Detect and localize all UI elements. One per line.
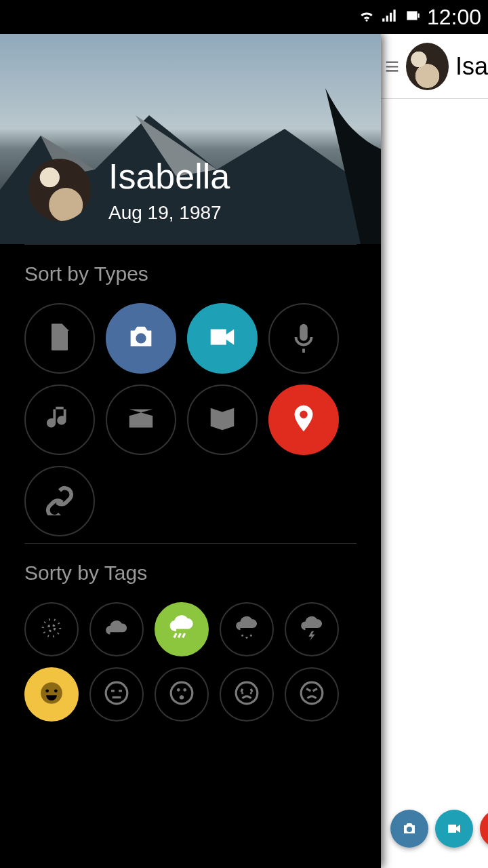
avatar-mini[interactable] bbox=[406, 43, 449, 90]
fab-camera[interactable] bbox=[390, 810, 428, 848]
types-section: Sort by Types bbox=[0, 245, 381, 543]
link-icon bbox=[44, 484, 75, 518]
type-music[interactable] bbox=[24, 384, 95, 455]
tag-snow[interactable] bbox=[220, 602, 274, 656]
drawer: Isabella Aug 19, 1987 Sort by Types Sort… bbox=[0, 34, 381, 868]
menu-icon[interactable]: ≡ bbox=[385, 54, 399, 79]
sad-icon bbox=[234, 680, 260, 709]
tag-surprised[interactable] bbox=[155, 667, 209, 722]
video-icon bbox=[207, 321, 238, 355]
background-title: Isa bbox=[455, 52, 488, 81]
type-video[interactable] bbox=[187, 303, 258, 374]
type-document[interactable] bbox=[24, 303, 95, 374]
type-location[interactable] bbox=[268, 384, 339, 455]
background-screen: ≡ Isa bbox=[381, 34, 488, 868]
signal-icon bbox=[381, 5, 399, 30]
tag-sad[interactable] bbox=[220, 667, 274, 722]
avatar[interactable] bbox=[28, 159, 91, 221]
tag-rain[interactable] bbox=[155, 602, 209, 656]
happy-icon bbox=[39, 680, 64, 709]
type-film[interactable] bbox=[106, 384, 176, 455]
types-title: Sort by Types bbox=[24, 262, 357, 285]
sunny-icon bbox=[39, 615, 64, 644]
fab-video[interactable] bbox=[435, 810, 473, 848]
status-time: 12:00 bbox=[427, 5, 481, 30]
meh-icon bbox=[104, 680, 129, 709]
book-icon bbox=[207, 403, 238, 437]
tag-cloudy[interactable] bbox=[89, 602, 144, 656]
rain-icon bbox=[169, 615, 195, 644]
status-bar: 12:00 bbox=[0, 0, 488, 34]
cloudy-icon bbox=[104, 615, 129, 644]
tag-meh[interactable] bbox=[89, 667, 144, 722]
battery-icon bbox=[404, 5, 422, 30]
tags-title: Sorty by Tags bbox=[24, 561, 357, 585]
wifi-icon bbox=[358, 5, 375, 30]
document-icon bbox=[44, 321, 75, 355]
music-icon bbox=[44, 403, 75, 437]
type-mic[interactable] bbox=[268, 303, 339, 374]
camera-icon bbox=[125, 321, 157, 355]
film-icon bbox=[125, 403, 157, 437]
storm-icon bbox=[299, 615, 325, 644]
type-camera[interactable] bbox=[106, 303, 176, 374]
type-book[interactable] bbox=[187, 384, 258, 455]
type-link[interactable] bbox=[24, 466, 95, 536]
tag-storm[interactable] bbox=[285, 602, 339, 656]
angry-icon bbox=[299, 680, 325, 709]
fab-row bbox=[390, 810, 488, 848]
profile-name: Isabella bbox=[108, 156, 230, 197]
snow-icon bbox=[234, 615, 260, 644]
location-icon bbox=[288, 403, 319, 437]
tags-section: Sorty by Tags bbox=[0, 544, 381, 728]
tag-happy[interactable] bbox=[24, 667, 79, 722]
surprised-icon bbox=[169, 680, 195, 709]
mic-icon bbox=[288, 321, 319, 355]
tag-sunny[interactable] bbox=[24, 602, 79, 656]
profile-date: Aug 19, 1987 bbox=[108, 202, 222, 224]
fab-record[interactable] bbox=[480, 810, 488, 848]
tag-angry[interactable] bbox=[285, 667, 339, 722]
cover: Isabella Aug 19, 1987 bbox=[0, 34, 381, 244]
background-header: ≡ Isa bbox=[381, 34, 488, 99]
